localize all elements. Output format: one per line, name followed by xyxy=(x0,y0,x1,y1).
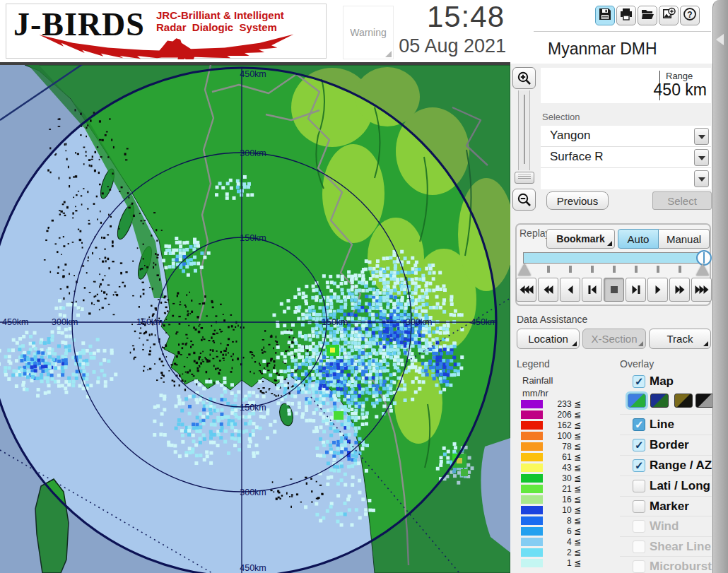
legend-color-swatch xyxy=(521,442,543,451)
checkbox[interactable] xyxy=(633,480,645,492)
auto-button[interactable]: Auto xyxy=(618,229,659,249)
map-style-swatch-0[interactable] xyxy=(628,394,646,408)
resize-grip-icon[interactable] xyxy=(385,51,392,57)
legend-value: 2 ≦ xyxy=(544,548,581,557)
zoom-slider-thumb[interactable] xyxy=(515,172,534,184)
replay-tick xyxy=(547,266,550,273)
dropdown-arrow-icon[interactable] xyxy=(694,128,709,145)
ring-label: 150km xyxy=(240,403,266,413)
overlay-row-map[interactable]: Map xyxy=(620,372,712,392)
map-style-swatch-2[interactable] xyxy=(674,394,693,408)
play-icon xyxy=(651,285,665,295)
legend-value: 61 ≦ xyxy=(544,452,581,462)
bookmark-button[interactable]: Bookmark xyxy=(546,229,615,249)
legend-value: 6 ≦ xyxy=(544,526,581,536)
help-button[interactable]: ? xyxy=(680,6,700,25)
ring-label: 150km xyxy=(322,317,348,327)
checkbox[interactable] xyxy=(633,375,645,388)
overlay-row-wind[interactable]: Wind xyxy=(620,516,712,536)
dropdown-arrow-icon[interactable] xyxy=(694,170,709,187)
play-reverse-icon xyxy=(563,285,577,295)
play-button[interactable] xyxy=(647,278,668,302)
data-assistance-title: Data Assistance xyxy=(517,314,587,325)
overlay-row-shear-line[interactable]: Shear Line xyxy=(620,536,712,557)
radar-map[interactable]: 450km300km150km150km300km450km450km300km… xyxy=(0,65,510,573)
overlay-row-range-az[interactable]: Range / AZ xyxy=(620,455,712,475)
legend-value: 16 ≦ xyxy=(544,495,581,504)
checkbox[interactable] xyxy=(633,418,645,431)
overlay-row-lati-long[interactable]: Lati / Long xyxy=(620,475,712,496)
checkbox[interactable] xyxy=(633,540,645,553)
map-style-swatch-1[interactable] xyxy=(650,394,669,408)
overlay-label: Wind xyxy=(650,519,679,533)
track-button[interactable]: Track xyxy=(649,329,711,349)
collapse-arrow-icon[interactable] xyxy=(716,34,724,45)
skip-to-start-button[interactable] xyxy=(582,278,602,302)
dropdown-value: Surface R xyxy=(550,150,604,164)
skip-to-end-button[interactable] xyxy=(626,278,646,302)
ring-label: 450km xyxy=(240,69,266,79)
zoom-slider-track[interactable] xyxy=(518,90,530,170)
range-value: 450 km xyxy=(654,81,707,100)
location-button[interactable]: Location xyxy=(517,329,580,349)
selection-dropdown-1[interactable]: Surface R xyxy=(541,147,711,168)
overlay-row-line[interactable]: Line xyxy=(620,414,712,435)
select-button[interactable]: Select xyxy=(652,191,712,210)
forward-triple-button[interactable] xyxy=(691,278,712,302)
ring-label: 450km xyxy=(240,563,266,573)
x-section-button[interactable]: X-Section xyxy=(582,329,646,349)
eagle-icon xyxy=(11,33,324,59)
dropdown-arrow-icon[interactable] xyxy=(694,149,709,166)
legend-color-swatch xyxy=(521,400,543,408)
checkbox[interactable] xyxy=(633,520,645,533)
help-icon: ? xyxy=(683,7,697,24)
legend-value: 10 ≦ xyxy=(544,505,581,515)
overlay-title: Overlay xyxy=(620,358,654,370)
forward-double-button[interactable] xyxy=(669,278,690,302)
legend-quantity: Rainfall xyxy=(522,375,553,386)
svg-text:?: ? xyxy=(687,10,692,20)
checkbox[interactable] xyxy=(633,560,645,573)
replay-slider-track[interactable] xyxy=(523,252,709,264)
open-folder-button[interactable] xyxy=(638,6,657,25)
legend-color-swatch xyxy=(521,516,543,525)
replay-start-marker[interactable] xyxy=(518,264,531,276)
print-button[interactable] xyxy=(616,6,636,25)
legend-value: 43 ≦ xyxy=(544,463,581,473)
add-image-button[interactable] xyxy=(659,6,679,25)
title-bar: J-BIRDS JRC-Brilliant & IntelligentRadar… xyxy=(0,0,535,65)
zoom-in-button[interactable] xyxy=(512,67,536,89)
print-icon xyxy=(619,7,633,24)
legend-value: 8 ≦ xyxy=(544,516,581,526)
overlay-row-microburst[interactable]: Microburst xyxy=(620,556,712,573)
panel-edge-strip[interactable] xyxy=(712,0,728,573)
zoom-out-button[interactable] xyxy=(512,189,536,211)
selection-dropdown-2[interactable] xyxy=(541,168,711,189)
save-button[interactable] xyxy=(595,6,615,25)
map-style-swatch-3[interactable] xyxy=(695,394,714,408)
rewind-double-icon xyxy=(541,285,556,295)
rewind-double-button[interactable] xyxy=(538,278,558,302)
checkbox[interactable] xyxy=(633,459,645,472)
jbirds-logo: J-BIRDS JRC-Brilliant & IntelligentRadar… xyxy=(6,4,327,59)
manual-button[interactable]: Manual xyxy=(659,229,710,249)
legend-value: 100 ≦ xyxy=(544,431,581,441)
replay-tick xyxy=(679,266,681,273)
legend-color-swatch xyxy=(521,463,543,472)
overlay-row-marker[interactable]: Marker xyxy=(620,496,712,516)
replay-end-marker[interactable] xyxy=(696,264,709,276)
previous-button[interactable]: Previous xyxy=(546,191,609,210)
overlay-row-border[interactable]: Border xyxy=(620,435,712,455)
stop-button[interactable] xyxy=(604,278,624,302)
checkbox[interactable] xyxy=(633,439,645,451)
play-reverse-button[interactable] xyxy=(560,278,580,302)
rewind-triple-button[interactable] xyxy=(516,278,536,302)
overlay-label: Range / AZ xyxy=(650,459,712,473)
warning-label: Warning xyxy=(350,27,387,38)
warning-button[interactable]: Warning xyxy=(343,6,394,59)
checkbox[interactable] xyxy=(633,500,645,513)
legend-value: 1 ≦ xyxy=(544,558,581,568)
add-image-icon xyxy=(662,7,676,24)
selection-dropdown-0[interactable]: Yangon xyxy=(541,126,711,147)
radar-map-canvas[interactable]: 450km300km150km150km300km450km450km300km… xyxy=(0,65,510,573)
